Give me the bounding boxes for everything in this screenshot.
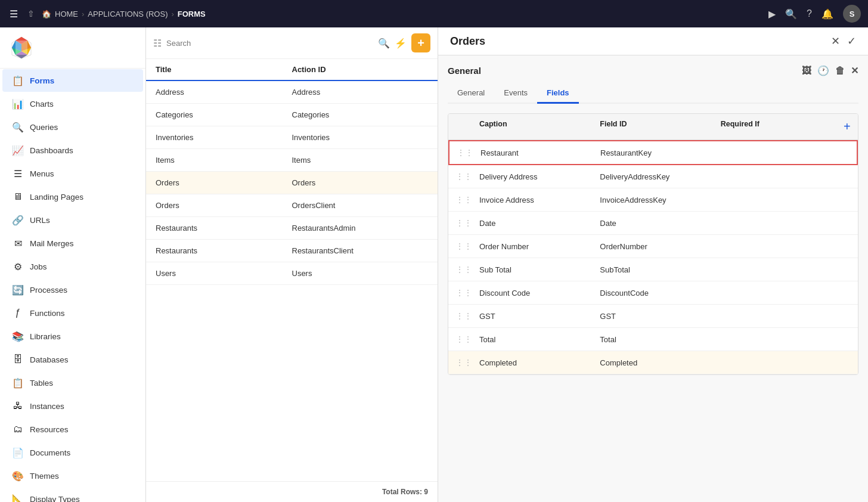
sidebar-item-urls[interactable]: 🔗 URLs <box>2 209 143 231</box>
list-row[interactable]: Restaurants RestaurantsClient <box>146 240 438 262</box>
close-icon-section[interactable]: ✕ <box>851 65 858 76</box>
tab-fields[interactable]: Fields <box>537 83 579 104</box>
list-row[interactable]: Address Address <box>146 81 438 104</box>
list-row[interactable]: Inventories Inventories <box>146 126 438 149</box>
fields-row[interactable]: ⋮⋮ Discount Code DiscountCode <box>448 281 858 305</box>
sidebar-item-libraries[interactable]: 📚 Libraries <box>2 325 143 348</box>
add-field-button[interactable]: + <box>841 120 853 134</box>
field-id: OrderNumber <box>593 242 713 251</box>
sidebar-item-landing-pages[interactable]: 🖥 Landing Pages <box>2 185 143 208</box>
sidebar-item-forms[interactable]: 📋 Forms <box>2 69 143 92</box>
up-icon[interactable]: ⇧ <box>25 7 37 21</box>
sidebar-item-themes[interactable]: 🎨 Themes <box>2 464 143 487</box>
drag-handle: ⋮⋮ <box>448 358 472 367</box>
navbar: ☰ ⇧ 🏠 HOME › APPLICATIONS (ROS) › FORMS … <box>0 0 868 27</box>
drag-handle: ⋮⋮ <box>448 334 472 344</box>
fields-row[interactable]: ⋮⋮ Completed Completed <box>448 351 858 374</box>
sidebar-logo <box>0 27 145 69</box>
sidebar-item-resources[interactable]: 🗂 Resources <box>2 418 143 441</box>
delete-icon[interactable]: 🗑 <box>835 66 845 76</box>
list-row[interactable]: Categories Categories <box>146 104 438 126</box>
fields-row[interactable]: ⋮⋮ Sub Total SubTotal <box>448 258 858 281</box>
search-input[interactable] <box>166 39 373 48</box>
fieldid-col-header: Field ID <box>593 120 713 134</box>
bell-icon[interactable]: 🔔 <box>822 8 833 20</box>
list-row[interactable]: Users Users <box>146 262 438 285</box>
fields-row[interactable]: ⋮⋮ Order Number OrderNumber <box>448 235 858 258</box>
breadcrumb-sep-1: › <box>82 10 84 18</box>
field-id: Completed <box>593 358 713 367</box>
fields-row[interactable]: ⋮⋮ Restaurant RestaurantKey <box>448 140 858 165</box>
close-icon-header[interactable]: ✕ <box>831 35 840 48</box>
sidebar-item-tables[interactable]: 📋 Tables <box>2 371 143 394</box>
forms-icon: 📋 <box>12 75 24 86</box>
check-icon-header[interactable]: ✓ <box>847 35 856 48</box>
sidebar-label-queries: Queries <box>30 123 58 132</box>
field-id: Total <box>593 335 713 344</box>
detail-body: General 🖼 🕐 🗑 ✕ GeneralEventsFields Capt… <box>438 55 868 502</box>
row-title: Address <box>156 88 292 97</box>
sidebar-label-resources: Resources <box>30 425 69 434</box>
sidebar-item-mail-merges[interactable]: ✉ Mail Merges <box>2 232 143 255</box>
sidebar-item-charts[interactable]: 📊 Charts <box>2 92 143 115</box>
sidebar-item-instances[interactable]: 🖧 Instances <box>2 395 143 417</box>
fields-row[interactable]: ⋮⋮ Delivery Address DeliveryAddressKey <box>448 165 858 188</box>
sidebar-item-databases[interactable]: 🗄 Databases <box>2 348 143 371</box>
sidebar-item-functions[interactable]: ƒ Functions <box>2 302 143 324</box>
detail-panel: Orders ✕ ✓ General 🖼 🕐 🗑 ✕ GeneralEvent <box>438 27 868 502</box>
fields-row[interactable]: ⋮⋮ Date Date <box>448 212 858 235</box>
sidebar-item-dashboards[interactable]: 📈 Dashboards <box>2 139 143 162</box>
sidebar-label-documents: Documents <box>30 448 70 457</box>
play-icon[interactable]: ▶ <box>768 8 776 20</box>
list-row[interactable]: Orders Orders <box>146 172 438 194</box>
search-nav-icon[interactable]: 🔍 <box>785 8 797 20</box>
list-row[interactable]: Items Items <box>146 149 438 172</box>
fields-row[interactable]: ⋮⋮ Invoice Address InvoiceAddressKey <box>448 188 858 212</box>
tab-events[interactable]: Events <box>494 83 537 104</box>
detail-header: Orders ✕ ✓ <box>438 27 868 55</box>
history-icon[interactable]: 🕐 <box>817 65 829 76</box>
breadcrumb: 🏠 HOME › APPLICATIONS (ROS) › FORMS <box>42 10 206 18</box>
breadcrumb-applications[interactable]: APPLICATIONS (ROS) <box>88 10 168 18</box>
sidebar-item-queries[interactable]: 🔍 Queries <box>2 116 143 138</box>
hamburger-icon[interactable]: ☰ <box>7 6 20 22</box>
list-rows: Address Address Categories Categories In… <box>146 81 438 481</box>
list-panel: ☷ 🔍 ⚡ + Title Action ID Address Address … <box>146 27 438 502</box>
drag-handle: ⋮⋮ <box>448 311 472 321</box>
sidebar-item-display-types[interactable]: 📐 Display Types <box>2 488 143 502</box>
list-row[interactable]: Restaurants RestaurantsAdmin <box>146 217 438 240</box>
field-caption: Invoice Address <box>472 196 593 204</box>
sidebar-label-functions: Functions <box>30 309 65 318</box>
field-caption: Sub Total <box>472 265 593 274</box>
logo-icon <box>10 36 33 60</box>
section-title-text: General <box>448 66 481 76</box>
fields-row[interactable]: ⋮⋮ GST GST <box>448 305 858 328</box>
menus-icon: ☰ <box>12 168 24 179</box>
monitor-icon[interactable]: 🖼 <box>802 66 811 76</box>
sidebar-label-processes: Processes <box>30 286 67 295</box>
sidebar-item-documents[interactable]: 📄 Documents <box>2 441 143 464</box>
row-title: Categories <box>156 110 292 119</box>
detail-tabs: GeneralEventsFields <box>448 83 858 104</box>
breadcrumb-home[interactable]: HOME <box>55 10 78 18</box>
sidebar-label-jobs: Jobs <box>30 262 47 271</box>
search-icon[interactable]: 🔍 <box>378 38 390 49</box>
sidebar-item-jobs[interactable]: ⚙ Jobs <box>2 255 143 278</box>
filter-icon[interactable]: ☷ <box>153 38 162 49</box>
drag-handle: ⋮⋮ <box>448 218 472 228</box>
functions-icon: ƒ <box>12 307 24 319</box>
jobs-icon: ⚙ <box>12 261 24 272</box>
sidebar-item-menus[interactable]: ☰ Menus <box>2 162 143 185</box>
list-row[interactable]: Orders OrdersClient <box>146 194 438 217</box>
tab-general[interactable]: General <box>448 83 494 104</box>
sidebar-label-libraries: Libraries <box>30 332 61 341</box>
fields-row[interactable]: ⋮⋮ Total Total <box>448 328 858 351</box>
sidebar-label-mail-merges: Mail Merges <box>30 239 74 248</box>
tables-icon: 📋 <box>12 377 24 389</box>
navbar-right: ▶ 🔍 ? 🔔 S <box>768 5 861 23</box>
sidebar-item-processes[interactable]: 🔄 Processes <box>2 278 143 301</box>
add-button[interactable]: + <box>411 33 430 52</box>
help-icon[interactable]: ? <box>807 8 812 19</box>
lightning-icon[interactable]: ⚡ <box>395 38 407 49</box>
avatar[interactable]: S <box>843 5 861 23</box>
